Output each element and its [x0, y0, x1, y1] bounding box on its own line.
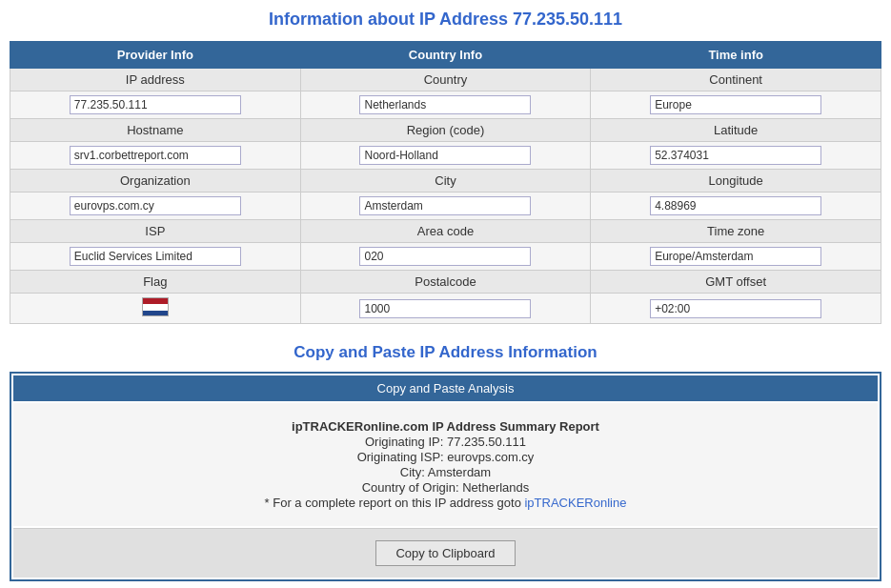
postalcode-label: Postalcode: [300, 271, 591, 294]
copy-paste-header: Copy and Paste Analysis: [13, 375, 878, 401]
timezone-value-cell: Europe/Amsterdam: [591, 243, 881, 271]
country-input[interactable]: Netherlands: [359, 95, 531, 114]
isp-input[interactable]: Euclid Services Limited: [70, 247, 241, 266]
copy-line1: Originating IP: 77.235.50.111: [29, 435, 862, 449]
continent-input[interactable]: Europe: [650, 95, 821, 114]
region-label: Region (code): [300, 119, 591, 142]
copy-line4: Country of Origin: Netherlands: [29, 480, 862, 495]
region-input[interactable]: Noord-Holland: [359, 146, 531, 165]
copy-paste-section: Copy and Paste Analysis ipTRACKERonline.…: [10, 372, 881, 581]
org-label: Organization: [10, 170, 301, 193]
postalcode-value-cell: 1000: [300, 294, 591, 324]
ip-value-cell: 77.235.50.111: [10, 91, 301, 119]
page-title: Information about IP Address 77.235.50.1…: [10, 10, 881, 30]
report-title: ipTRACKERonline.com IP Address Summary R…: [29, 419, 862, 434]
city-input[interactable]: Amsterdam: [359, 196, 531, 215]
timezone-label: Time zone: [591, 220, 881, 243]
gmt-input[interactable]: +02:00: [650, 299, 821, 318]
areacode-label: Area code: [300, 220, 591, 243]
copy-to-clipboard-button[interactable]: Copy to Clipboard: [375, 540, 515, 566]
copy-line2: Originating ISP: eurovps.com.cy: [29, 450, 862, 464]
gmt-value-cell: +02:00: [591, 294, 881, 324]
areacode-value-cell: 020: [300, 243, 591, 271]
latitude-input[interactable]: 52.374031: [650, 146, 821, 165]
region-value-cell: Noord-Holland: [300, 142, 591, 170]
copy-section-title: Copy and Paste IP Address Information: [10, 343, 881, 362]
time-header: Time info: [591, 42, 881, 69]
country-header: Country Info: [300, 42, 591, 69]
hostname-label: Hostname: [10, 119, 301, 142]
city-value-cell: Amsterdam: [300, 193, 591, 220]
longitude-label: Longitude: [591, 170, 881, 193]
copy-paste-footer: Copy to Clipboard: [13, 528, 878, 578]
gmt-label: GMT offset: [591, 271, 881, 294]
copy-line5: * For a complete report on this IP addre…: [29, 496, 862, 510]
latitude-value-cell: 52.374031: [591, 142, 881, 170]
ip-label: IP address: [10, 69, 301, 91]
areacode-input[interactable]: 020: [359, 247, 531, 266]
iptracker-link[interactable]: ipTRACKERonline: [524, 496, 626, 510]
netherlands-flag-icon: [142, 297, 169, 316]
org-value-cell: eurovps.com.cy: [10, 193, 301, 220]
postalcode-input[interactable]: 1000: [359, 299, 531, 318]
hostname-value-cell: srv1.corbettreport.com: [10, 142, 301, 170]
flag-label: Flag: [10, 271, 301, 294]
ip-input[interactable]: 77.235.50.111: [70, 95, 241, 114]
org-input[interactable]: eurovps.com.cy: [70, 196, 241, 215]
copy-line3: City: Amsterdam: [29, 465, 862, 479]
copy-paste-body: ipTRACKERonline.com IP Address Summary R…: [13, 403, 878, 526]
isp-label: ISP: [10, 220, 301, 243]
continent-value-cell: Europe: [591, 91, 881, 119]
flag-cell: [10, 294, 301, 324]
timezone-input[interactable]: Europe/Amsterdam: [650, 247, 821, 266]
latitude-label: Latitude: [591, 119, 881, 142]
info-table: Provider Info Country Info Time info IP …: [10, 41, 881, 324]
continent-label: Continent: [591, 69, 881, 91]
longitude-value-cell: 4.88969: [591, 193, 881, 220]
country-label: Country: [300, 69, 591, 91]
hostname-input[interactable]: srv1.corbettreport.com: [70, 146, 241, 165]
provider-header: Provider Info: [10, 42, 301, 69]
isp-value-cell: Euclid Services Limited: [10, 243, 301, 271]
city-label: City: [300, 170, 591, 193]
longitude-input[interactable]: 4.88969: [650, 196, 821, 215]
country-value-cell: Netherlands: [300, 91, 591, 119]
